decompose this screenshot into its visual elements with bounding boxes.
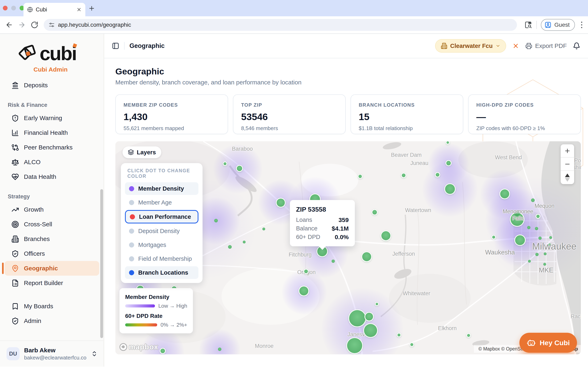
sidebar-item-officers[interactable]: Officers [4, 246, 99, 261]
tab-close-icon[interactable] [76, 7, 82, 12]
layer-color-dot[interactable] [130, 214, 135, 219]
browser-menu-button[interactable] [579, 22, 584, 28]
map-cluster-circle[interactable] [363, 323, 378, 338]
map-cluster-circle[interactable] [397, 333, 401, 337]
tab-title: Cubi [36, 7, 73, 13]
map-cluster-circle[interactable] [375, 302, 379, 306]
sidebar-item-financial-health[interactable]: Financial Health [4, 125, 99, 140]
layer-item-deposit-density[interactable]: Deposit Density [125, 225, 199, 237]
layer-item-member-age[interactable]: Member Age [125, 196, 199, 209]
map-cluster-circle[interactable] [361, 251, 372, 262]
map-cluster-circle[interactable] [380, 230, 391, 241]
map-cluster-circle[interactable] [358, 174, 363, 179]
clear-org-button[interactable] [512, 42, 519, 49]
sidebar-item-cross-sell[interactable]: Cross-Sell [4, 217, 99, 232]
sidebar-item-admin[interactable]: Admin [4, 314, 99, 328]
sidebar-item-report-builder[interactable]: Report Builder [4, 276, 99, 290]
collapse-sidebar-icon[interactable] [112, 42, 119, 50]
map-cluster-circle[interactable] [236, 165, 243, 172]
sidebar-item-growth[interactable]: Growth [4, 202, 99, 217]
forward-button[interactable] [18, 21, 26, 29]
layer-color-dot[interactable] [129, 186, 134, 191]
zoom-out-button[interactable] [561, 158, 574, 171]
back-button[interactable] [5, 21, 13, 29]
layer-item-mortgages[interactable]: Mortgages [125, 239, 199, 251]
sidebar-item-early-warning[interactable]: Early Warning [4, 111, 99, 125]
map-cluster-circle[interactable] [298, 286, 309, 296]
mapbox-logo[interactable]: mapbox [120, 343, 158, 351]
map-cluster-circle[interactable] [527, 226, 530, 229]
layer-color-dot[interactable] [129, 229, 134, 234]
notifications-bell-icon[interactable] [573, 42, 580, 50]
map-cluster-circle[interactable] [160, 348, 166, 354]
map-cluster-circle[interactable] [492, 235, 496, 239]
sidebar-item-deposits[interactable]: Deposits [4, 78, 99, 92]
layer-item-field-of-membership[interactable]: Field of Membership [125, 252, 199, 265]
map-cluster-circle[interactable] [514, 234, 526, 246]
window-controls[interactable] [3, 6, 24, 10]
map-cluster-circle[interactable] [346, 337, 363, 354]
map-cluster-circle[interactable] [528, 260, 531, 263]
compass-button[interactable] [561, 171, 574, 184]
layer-color-dot[interactable] [129, 256, 134, 261]
profile-button[interactable]: Guest [541, 19, 575, 31]
tab-strip: Cubi [0, 0, 588, 16]
map-cluster-circle[interactable] [401, 173, 406, 178]
browser-tab[interactable]: Cubi [24, 3, 85, 16]
map-cluster-circle[interactable] [445, 160, 452, 166]
map-cluster-circle[interactable] [223, 161, 227, 166]
map-cluster-circle[interactable] [243, 241, 246, 243]
map-cluster-circle[interactable] [499, 189, 510, 199]
map-cluster-circle[interactable] [444, 183, 456, 195]
side-panel-search-icon[interactable] [525, 21, 532, 29]
reload-button[interactable] [31, 21, 38, 29]
new-tab-button[interactable] [88, 5, 95, 12]
map-cluster-circle[interactable] [348, 309, 366, 327]
map-cluster-circle[interactable] [466, 333, 471, 338]
site-settings-icon[interactable] [49, 22, 55, 28]
close-window-button[interactable] [3, 6, 8, 10]
sidebar-item-geographic[interactable]: Geographic [4, 261, 99, 276]
layer-color-dot[interactable] [129, 242, 134, 248]
nav-section-risk-finance: Risk & Finance [0, 102, 104, 108]
map[interactable]: BarabooBeaver DamJuneauWest BendPort Was… [115, 141, 581, 354]
map-cluster-circle[interactable] [536, 214, 540, 219]
url-bar[interactable]: app.heycubi.com/geographic [44, 19, 517, 31]
sidebar-item-data-health[interactable]: Data Health [4, 169, 99, 184]
map-cluster-circle[interactable] [531, 198, 535, 202]
map-cluster-circle[interactable] [549, 236, 552, 239]
map-cluster-circle[interactable] [214, 219, 218, 222]
sidebar-scrollbar[interactable] [100, 189, 103, 338]
map-cluster-circle[interactable] [303, 269, 309, 274]
layer-color-dot[interactable] [129, 270, 134, 275]
map-cluster-circle[interactable] [364, 312, 374, 321]
map-cluster-circle[interactable] [372, 209, 378, 215]
sidebar-item-alco[interactable]: ALCO [4, 155, 99, 169]
map-cluster-circle[interactable] [435, 172, 440, 177]
layers-button[interactable]: Layers [122, 146, 161, 158]
sidebar-item-branches[interactable]: Branches [4, 232, 99, 246]
map-cluster-circle[interactable] [276, 198, 286, 208]
map-cluster-circle[interactable] [535, 253, 539, 256]
map-cluster-circle[interactable] [332, 259, 335, 263]
map-cluster-circle[interactable] [228, 245, 232, 249]
export-pdf-button[interactable]: Export PDF [525, 42, 567, 49]
layer-item-member-density[interactable]: Member Density [125, 182, 199, 195]
map-cluster-circle[interactable] [538, 236, 542, 240]
minimize-window-button[interactable] [11, 6, 16, 10]
map-cluster-circle[interactable] [544, 252, 546, 255]
hey-cubi-button[interactable]: Hey Cubi [519, 333, 577, 353]
layer-color-dot[interactable] [129, 200, 134, 205]
map-cluster-circle[interactable] [262, 227, 265, 230]
layer-item-branch-locations[interactable]: Branch Locations [125, 266, 199, 279]
zoom-in-button[interactable] [561, 144, 574, 158]
map-cluster-circle[interactable] [410, 342, 414, 347]
layer-item-loan-performance[interactable]: Loan Performance [125, 210, 199, 224]
user-menu[interactable]: DU Barb Akew bakew@eclearwaterfcu.co... [0, 341, 103, 367]
map-cluster-circle[interactable] [218, 348, 222, 351]
map-cluster-circle[interactable] [535, 227, 538, 230]
org-selector-button[interactable]: Clearwater Fcu [435, 39, 506, 53]
sidebar-item-peer-benchmarks[interactable]: Peer Benchmarks [4, 140, 99, 155]
map-cluster-circle[interactable] [543, 263, 546, 266]
sidebar-item-my-boards[interactable]: My Boards [4, 299, 99, 314]
